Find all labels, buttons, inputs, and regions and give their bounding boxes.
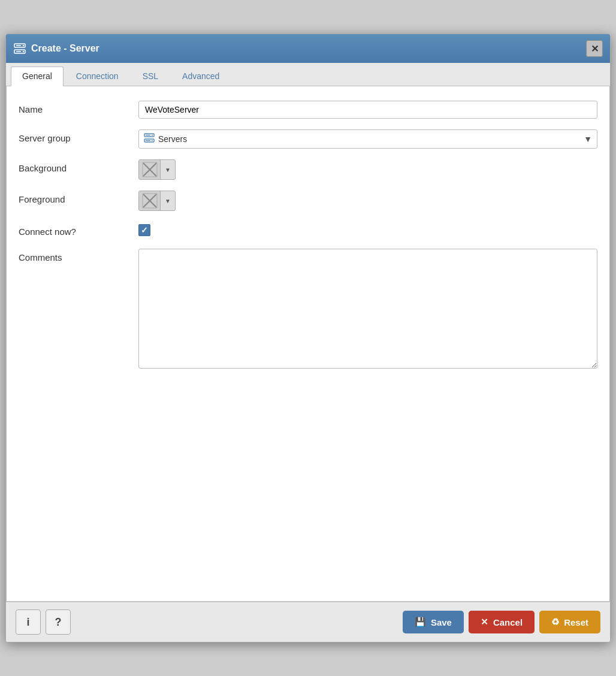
foreground-color-picker[interactable]: ▼	[138, 191, 176, 211]
server-group-select[interactable]: Servers ▼	[138, 129, 597, 149]
save-button[interactable]: 💾 Save	[403, 611, 464, 633]
server-group-value: Servers	[158, 134, 580, 144]
tab-ssl[interactable]: SSL	[131, 67, 170, 86]
cancel-icon: ✕	[481, 617, 488, 627]
help-button[interactable]: ?	[46, 609, 71, 635]
titlebar-left: Create - Server	[13, 42, 99, 55]
save-icon: 💾	[415, 617, 426, 627]
info-button[interactable]: i	[16, 609, 41, 635]
svg-point-3	[23, 51, 24, 52]
reset-icon: ♻	[551, 617, 559, 627]
comments-label: Comments	[19, 249, 138, 262]
svg-point-2	[23, 45, 24, 46]
checkmark-icon: ✓	[141, 225, 148, 235]
footer-right: 💾 Save ✕ Cancel ♻ Reset	[403, 611, 600, 633]
background-swatch	[139, 160, 161, 179]
footer: i ? 💾 Save ✕ Cancel ♻ Reset	[6, 602, 610, 642]
reset-button[interactable]: ♻ Reset	[539, 611, 600, 633]
no-color-icon	[141, 161, 158, 178]
titlebar: Create - Server ✕	[6, 34, 610, 63]
server-group-field: Servers ▼	[138, 129, 597, 149]
foreground-swatch	[139, 191, 161, 210]
dialog-title: Create - Server	[31, 43, 99, 54]
name-label: Name	[19, 101, 138, 114]
foreground-label: Foreground	[19, 191, 138, 204]
svg-point-9	[152, 140, 153, 141]
footer-left: i ?	[16, 609, 71, 635]
foreground-row: Foreground ▼	[19, 191, 597, 211]
reset-label: Reset	[564, 617, 588, 627]
connect-now-checkbox[interactable]: ✓	[138, 224, 150, 236]
foreground-field: ▼	[138, 191, 597, 211]
no-color-icon	[141, 192, 158, 209]
form-content: Name Server group	[6, 86, 610, 602]
comments-textarea[interactable]	[138, 249, 597, 369]
server-group-icon	[144, 132, 155, 146]
background-label: Background	[19, 159, 138, 173]
background-dropdown-arrow: ▼	[161, 160, 175, 179]
connect-now-row: Connect now? ✓	[19, 222, 597, 238]
tab-connection[interactable]: Connection	[65, 67, 130, 86]
comments-row: Comments	[19, 249, 597, 370]
background-color-picker[interactable]: ▼	[138, 159, 176, 180]
svg-point-8	[152, 135, 153, 136]
question-icon: ?	[55, 616, 62, 629]
server-group-row: Server group Servers ▼	[19, 129, 597, 149]
connect-now-label: Connect now?	[19, 222, 138, 238]
server-icon	[13, 42, 26, 55]
background-field: ▼	[138, 159, 597, 180]
info-icon: i	[26, 616, 29, 629]
cancel-button[interactable]: ✕ Cancel	[469, 611, 535, 633]
foreground-dropdown-arrow: ▼	[161, 191, 175, 210]
close-button[interactable]: ✕	[586, 40, 603, 57]
tab-advanced[interactable]: Advanced	[171, 67, 231, 86]
server-group-label: Server group	[19, 129, 138, 143]
save-label: Save	[431, 617, 452, 627]
name-field	[138, 101, 597, 119]
connect-now-checkbox-wrapper: ✓	[138, 222, 597, 236]
connect-now-field: ✓	[138, 222, 597, 236]
tab-bar: General Connection SSL Advanced	[6, 63, 610, 86]
create-server-dialog: Create - Server ✕ General Connection SSL…	[5, 34, 611, 642]
tab-general[interactable]: General	[11, 67, 64, 86]
name-input[interactable]	[138, 101, 597, 119]
comments-field	[138, 249, 597, 370]
chevron-down-icon: ▼	[584, 134, 592, 144]
background-row: Background ▼	[19, 159, 597, 180]
cancel-label: Cancel	[493, 617, 523, 627]
name-row: Name	[19, 101, 597, 119]
